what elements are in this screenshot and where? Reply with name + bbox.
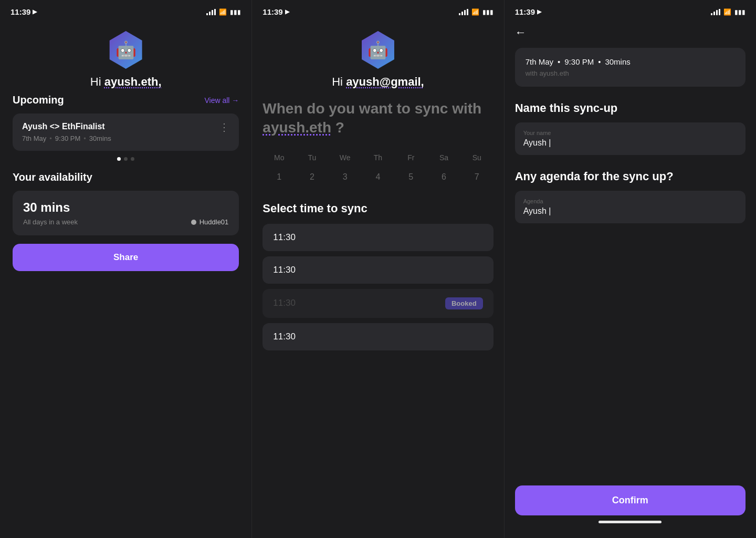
- name-input-wrapper[interactable]: Your name Ayush |: [515, 122, 746, 155]
- cal-day-sa: Sa: [427, 153, 460, 162]
- cal-day-mo: Mo: [262, 153, 296, 162]
- huddle-badge: Huddle01: [191, 218, 229, 226]
- time-slot-3-booked: 11:30 Booked: [262, 289, 493, 318]
- wifi-icon-3: 📶: [723, 8, 731, 16]
- calendar-header: Mo Tu We Th Fr Sa Su: [262, 153, 493, 162]
- home-indicator: [598, 521, 662, 523]
- screen1-body: 🤖 Hi ayush.eth, Upcoming View all → Ayus…: [0, 20, 251, 538]
- cal-day-tu: Tu: [296, 153, 329, 162]
- signal-icon-2: [459, 9, 468, 15]
- sync-question: When do you want to sync with ayush.eth …: [262, 99, 493, 138]
- booking-summary-line1: 7th May • 9:30 PM • 30mins: [526, 57, 735, 66]
- calendar-dates: 1 2 3 4 5 6 7: [262, 168, 493, 186]
- status-bar-1: 11:39 ▶ 📶 ▮▮▮: [0, 0, 251, 20]
- meeting-options-button[interactable]: ⋮: [219, 122, 229, 132]
- battery-icon-3: ▮▮▮: [734, 8, 746, 16]
- time-slot-4-text: 11:30: [273, 332, 296, 342]
- time-display-1: 11:39 ▶: [10, 7, 37, 16]
- meeting-info: Ayush <> EthFinalist 7th May • 9:30 PM •…: [22, 122, 111, 142]
- status-bar-2: 11:39 ▶ 📶 ▮▮▮: [252, 0, 503, 20]
- status-bar-3: 11:39 ▶ 📶 ▮▮▮: [505, 0, 756, 20]
- location-arrow-2: ▶: [285, 8, 289, 15]
- avatar: 🤖: [107, 31, 145, 69]
- select-time-title: Select time to sync: [262, 202, 493, 215]
- availability-section: Your availability 30 mins All days in a …: [13, 171, 239, 271]
- signal-icon-3: [711, 9, 720, 15]
- agenda-section-title: Any agenda for the sync up?: [515, 170, 746, 183]
- upcoming-section: Upcoming View all → Ayush <> EthFinalist…: [13, 94, 239, 161]
- avatar-container: 🤖 Hi ayush.eth,: [13, 31, 239, 89]
- cal-date-5[interactable]: 5: [394, 168, 427, 186]
- calendar-grid: Mo Tu We Th Fr Sa Su 1 2 3 4 5 6 7: [262, 153, 493, 186]
- greeting-2: Hi ayush@gmail,: [332, 75, 424, 89]
- agenda-input-wrapper[interactable]: Agenda Ayush |: [515, 191, 746, 223]
- time-slot-1[interactable]: 11:30: [262, 224, 493, 251]
- page-dot-3: [131, 157, 134, 161]
- cal-day-fr: Fr: [394, 153, 427, 162]
- time-slot-4[interactable]: 11:30: [262, 323, 493, 350]
- signal-icon: [206, 9, 216, 15]
- booking-with: with ayush.eth: [526, 69, 735, 77]
- screen3-body: ← 7th May • 9:30 PM • 30mins with ayush.…: [505, 20, 756, 538]
- huddle-dot: [191, 220, 196, 225]
- upcoming-header: Upcoming View all →: [13, 94, 239, 106]
- name-input-group: Your name Ayush |: [515, 122, 746, 155]
- availability-title: Your availability: [13, 171, 239, 183]
- time-slot-2[interactable]: 11:30: [262, 256, 493, 284]
- time-display-3: 11:39 ▶: [515, 7, 541, 16]
- wifi-icon: 📶: [219, 8, 227, 16]
- avail-sub: All days in a week Huddle01: [23, 218, 228, 226]
- screen-home: 11:39 ▶ 📶 ▮▮▮ 🤖 Hi ayush.e: [0, 0, 251, 538]
- page-indicator: [13, 157, 239, 161]
- page-dot-1: [117, 157, 121, 161]
- status-icons-3: 📶 ▮▮▮: [711, 8, 746, 16]
- cal-day-th: Th: [362, 153, 395, 162]
- name-input-label: Your name: [523, 130, 737, 136]
- upcoming-title: Upcoming: [13, 94, 64, 106]
- avatar-emoji: 🤖: [116, 40, 136, 60]
- back-button[interactable]: ←: [515, 26, 531, 39]
- page-dot-2: [124, 157, 128, 161]
- select-time-section: Select time to sync 11:30 11:30 11:30 Bo…: [262, 202, 493, 350]
- greeting-text: Hi ayush.eth,: [90, 75, 162, 89]
- agenda-input-value[interactable]: Ayush |: [523, 206, 737, 216]
- cal-day-we: We: [329, 153, 362, 162]
- cal-date-6[interactable]: 6: [427, 168, 460, 186]
- time-slot-3-text: 11:30: [273, 298, 296, 308]
- booked-badge: Booked: [445, 297, 483, 309]
- status-icons-1: 📶 ▮▮▮: [206, 8, 241, 16]
- cal-day-su: Su: [460, 153, 494, 162]
- agenda-input-group: Agenda Ayush |: [515, 191, 746, 223]
- availability-card: 30 mins All days in a week Huddle01: [13, 191, 239, 235]
- time-display-2: 11:39 ▶: [262, 7, 289, 16]
- cal-date-2[interactable]: 2: [296, 168, 329, 186]
- avail-duration: 30 mins: [23, 200, 228, 215]
- cal-date-3[interactable]: 3: [329, 168, 362, 186]
- meeting-meta: 7th May • 9:30 PM • 30mins: [22, 134, 111, 142]
- screen-confirm: 11:39 ▶ 📶 ▮▮▮ ← 7th May • 9:: [504, 0, 756, 538]
- status-icons-2: 📶 ▮▮▮: [459, 8, 494, 16]
- avatar-2: 🤖: [359, 31, 397, 69]
- cal-date-1[interactable]: 1: [262, 168, 296, 186]
- avatar-emoji-2: 🤖: [368, 40, 388, 60]
- screen2-body: 🤖 Hi ayush@gmail, When do you want to sy…: [252, 20, 503, 538]
- screen-calendar: 11:39 ▶ 📶 ▮▮▮ 🤖 Hi ayush@g: [251, 0, 503, 538]
- location-arrow-3: ▶: [537, 8, 541, 15]
- booking-summary-card: 7th May • 9:30 PM • 30mins with ayush.et…: [515, 48, 746, 87]
- agenda-input-label: Agenda: [523, 198, 737, 204]
- location-arrow-1: ▶: [33, 8, 37, 15]
- battery-icon-2: ▮▮▮: [482, 8, 494, 16]
- cal-date-4[interactable]: 4: [362, 168, 395, 186]
- avatar-container-2: 🤖 Hi ayush@gmail,: [262, 31, 493, 89]
- share-button[interactable]: Share: [13, 244, 239, 271]
- meeting-card[interactable]: Ayush <> EthFinalist 7th May • 9:30 PM •…: [13, 113, 239, 151]
- name-section-title: Name this sync-up: [515, 101, 746, 115]
- meeting-title: Ayush <> EthFinalist: [22, 122, 111, 131]
- battery-icon: ▮▮▮: [230, 8, 241, 16]
- name-input-value[interactable]: Ayush |: [523, 138, 737, 148]
- cal-date-7[interactable]: 7: [460, 168, 494, 186]
- view-all-link[interactable]: View all →: [204, 96, 239, 105]
- time-slot-2-text: 11:30: [273, 265, 296, 275]
- confirm-button[interactable]: Confirm: [515, 485, 746, 515]
- wifi-icon-2: 📶: [471, 8, 479, 16]
